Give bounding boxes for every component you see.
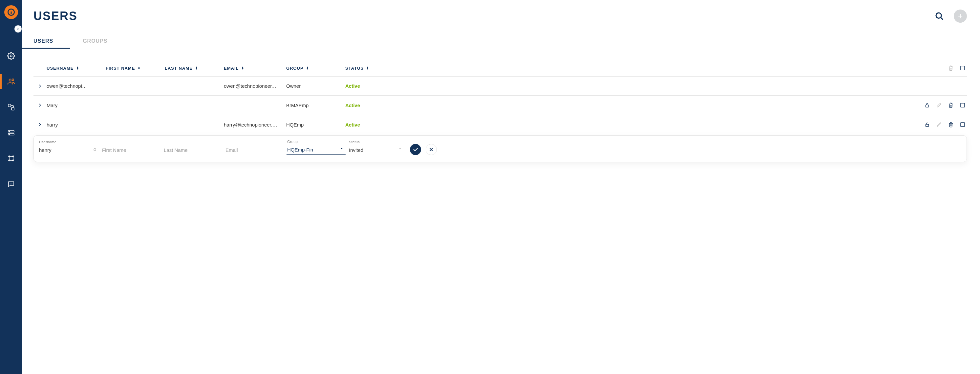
dropdown-icon [340, 146, 344, 152]
row-edit-button[interactable] [936, 102, 942, 108]
gear-icon [7, 52, 15, 60]
plus-icon [957, 13, 963, 19]
bulk-delete-button[interactable] [948, 65, 954, 71]
add-button[interactable] [954, 10, 967, 23]
tabs: USERS GROUPS [33, 38, 967, 49]
chat-icon [7, 180, 15, 188]
col-group[interactable]: GROUP▲▼ [286, 66, 345, 71]
sort-icon: ▲▼ [306, 66, 309, 70]
cell-username: Mary [47, 102, 106, 108]
close-icon [429, 147, 434, 152]
table-row: Mary BrMAEmp Active [33, 95, 967, 115]
col-status[interactable]: STATUS▲▼ [345, 66, 411, 71]
row-expand-button[interactable] [38, 122, 42, 127]
cell-group: HQEmp [286, 122, 345, 128]
chevron-right-icon [16, 27, 20, 30]
cell-group: Owner [286, 83, 345, 89]
svg-point-0 [10, 55, 12, 57]
main-content: USERS USERS GROUPS USERNAME▲▼ FIRST NAME… [22, 0, 980, 374]
page-title: USERS [33, 9, 78, 23]
col-email[interactable]: EMAIL▲▼ [224, 66, 286, 71]
cell-status: Active [345, 102, 411, 108]
cell-email: owen@technopioneer.… [224, 83, 286, 89]
new-firstname-input[interactable] [102, 145, 161, 155]
col-firstname[interactable]: FIRST NAME▲▼ [106, 66, 165, 71]
add-user-row: Username Group [33, 136, 967, 162]
app-logo [4, 5, 18, 19]
svg-rect-18 [926, 124, 929, 126]
table-row: owen@technopi… owen@technopioneer.… Owne… [33, 76, 967, 95]
cell-username: owen@technopi… [47, 83, 106, 89]
cell-status: Active [345, 122, 411, 128]
row-select-checkbox[interactable] [960, 121, 966, 128]
new-lastname-input[interactable] [163, 145, 222, 155]
svg-rect-16 [926, 105, 929, 107]
sidebar-item-topology[interactable] [0, 151, 22, 166]
sort-icon: ▲▼ [137, 66, 140, 70]
new-email-input[interactable] [225, 145, 284, 155]
sort-icon: ▲▼ [76, 66, 79, 70]
cell-group: BrMAEmp [286, 102, 345, 108]
users-table: USERNAME▲▼ FIRST NAME▲▼ LAST NAME▲▼ EMAI… [33, 62, 967, 162]
select-all-checkbox[interactable] [960, 65, 966, 71]
cancel-add-button[interactable] [426, 144, 437, 155]
sidebar-item-logs[interactable] [0, 177, 22, 191]
network-icon [7, 103, 15, 111]
check-icon [412, 147, 418, 152]
hosts-icon [7, 129, 15, 137]
sidebar [0, 0, 22, 374]
search-icon [934, 11, 944, 21]
new-username-label: Username [38, 140, 99, 144]
row-delete-button[interactable] [948, 121, 954, 128]
svg-point-1 [9, 79, 11, 81]
new-username-input[interactable] [38, 145, 99, 155]
sidebar-item-users[interactable] [0, 74, 22, 89]
row-edit-button[interactable] [936, 121, 942, 128]
col-username[interactable]: USERNAME▲▼ [47, 66, 106, 71]
search-button[interactable] [933, 10, 946, 23]
sort-icon: ▲▼ [241, 66, 244, 70]
svg-point-2 [12, 79, 14, 80]
checkbox-icon [960, 65, 966, 71]
svg-rect-20 [94, 149, 96, 151]
svg-rect-17 [961, 103, 964, 107]
sidebar-item-settings[interactable] [0, 49, 22, 63]
row-expand-button[interactable] [38, 103, 42, 107]
sort-icon: ▲▼ [195, 66, 198, 70]
confirm-add-button[interactable] [410, 144, 421, 155]
new-status-select[interactable] [348, 145, 404, 155]
row-unlock-button[interactable] [924, 102, 930, 108]
topology-icon [7, 155, 15, 162]
sort-icon: ▲▼ [366, 66, 369, 70]
svg-rect-4 [11, 107, 14, 110]
row-delete-button[interactable] [948, 102, 954, 108]
table-row: harry harry@technopioneer.… HQEmp Active [33, 115, 967, 134]
dropdown-icon [398, 146, 402, 152]
svg-rect-3 [8, 104, 11, 107]
users-icon [7, 77, 16, 86]
tab-groups[interactable]: GROUPS [83, 38, 107, 49]
row-expand-button[interactable] [38, 84, 42, 88]
tab-users[interactable]: USERS [33, 38, 53, 49]
sidebar-item-hosts[interactable] [0, 126, 22, 140]
svg-point-7 [9, 131, 10, 132]
sidebar-item-network[interactable] [0, 100, 22, 114]
lock-icon [93, 147, 97, 152]
row-unlock-button[interactable] [924, 121, 930, 128]
col-lastname[interactable]: LAST NAME▲▼ [165, 66, 224, 71]
new-group-label: Group [286, 140, 345, 144]
row-select-checkbox[interactable] [960, 102, 966, 108]
cell-status: Active [345, 83, 411, 89]
cell-username: harry [47, 122, 106, 128]
sidebar-expand-button[interactable] [14, 25, 22, 33]
cell-email: harry@technopioneer.… [224, 122, 286, 128]
svg-point-8 [9, 134, 10, 135]
new-status-label: Status [348, 140, 404, 144]
svg-rect-19 [961, 123, 964, 126]
trash-icon [948, 65, 954, 71]
new-group-select[interactable] [286, 145, 345, 155]
svg-rect-15 [961, 66, 964, 70]
